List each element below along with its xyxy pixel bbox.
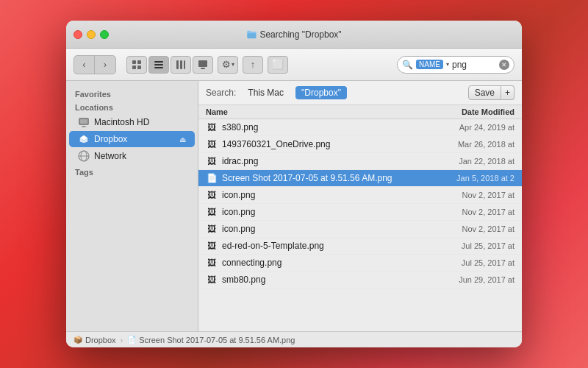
file-date: Jan 22, 2018 at <box>397 157 514 166</box>
view-list[interactable] <box>148 56 169 74</box>
titlebar: Searching "Dropbox" <box>66 21 522 49</box>
svg-rect-12 <box>201 68 205 69</box>
view-cover[interactable] <box>193 56 213 74</box>
file-list: 🖼 s380.png Apr 24, 2019 at 🖼 1493760321_… <box>198 119 522 331</box>
table-row[interactable]: 🖼 ed-red-on-5-Template.png Jul 25, 2017 … <box>198 238 522 255</box>
file-date: Nov 2, 2017 at <box>397 208 514 216</box>
svg-rect-11 <box>198 60 207 67</box>
locations-label: Locations <box>66 100 198 113</box>
search-clear-button[interactable]: ✕ <box>499 60 509 70</box>
file-icon: 🖼 <box>206 155 218 167</box>
columns-view-icon <box>176 60 186 70</box>
statusbar: 📦 Dropbox › 📄 Screen Shot 2017-07-05 at … <box>66 331 522 347</box>
save-search-button[interactable]: Save <box>468 85 501 100</box>
search-icon: 🔍 <box>402 60 413 70</box>
close-button[interactable] <box>74 30 82 39</box>
table-row[interactable]: 🖼 smb80.png Jun 29, 2017 at <box>198 272 522 289</box>
dropbox-icon <box>78 133 90 145</box>
table-row[interactable]: 🖼 icon.png Nov 2, 2017 at <box>198 204 522 221</box>
search-attribute-tag: NAME <box>416 60 443 69</box>
file-icon: 📄 <box>206 172 218 184</box>
nav-buttons: ‹ › <box>74 55 116 74</box>
action-gear-button[interactable]: ⚙ ▾ <box>218 56 238 74</box>
maximize-button[interactable] <box>100 30 109 39</box>
tags-label: Tags <box>66 165 198 178</box>
table-row[interactable]: 🖼 icon.png Nov 2, 2017 at <box>198 221 522 238</box>
dropbox-scope-tag[interactable]: "Dropbox" <box>295 86 347 99</box>
forward-button[interactable]: › <box>95 56 115 74</box>
minimize-button[interactable] <box>87 30 96 39</box>
share-button[interactable]: ↑ <box>243 56 263 74</box>
table-row[interactable]: 🖼 idrac.png Jan 22, 2018 at <box>198 153 522 170</box>
view-buttons <box>126 56 213 74</box>
cover-view-icon <box>198 60 208 70</box>
svg-rect-3 <box>132 66 136 69</box>
sidebar: Favorites Locations Macintosh HD <box>66 81 198 331</box>
file-date: Jul 25, 2017 at <box>397 241 514 250</box>
folder-breadcrumb-icon: 📦 <box>74 336 82 344</box>
breadcrumb-separator: › <box>121 336 123 344</box>
save-button-group: Save + <box>468 85 514 100</box>
svg-rect-15 <box>82 126 85 127</box>
this-mac-button[interactable]: This Mac <box>242 86 290 99</box>
col-date-header[interactable]: Date Modified <box>397 107 514 116</box>
dropbox-label: Dropbox <box>94 134 127 144</box>
table-row[interactable]: 🖼 connecting.png Jul 25, 2017 at <box>198 255 522 272</box>
folder-icon <box>246 29 257 40</box>
svg-rect-1 <box>132 60 136 64</box>
traffic-lights <box>74 30 109 39</box>
sidebar-item-macintosh-hd[interactable]: Macintosh HD <box>69 114 195 130</box>
file-icon: 🖼 <box>206 223 218 235</box>
file-name: 1493760321_OneDrive.png <box>222 139 397 149</box>
file-icon: 🖼 <box>206 274 218 286</box>
search-box[interactable]: 🔍 NAME ▾ ✕ <box>397 56 514 74</box>
table-row[interactable]: 🖼 icon.png Nov 2, 2017 at <box>198 187 522 204</box>
window-button[interactable]: ⬜ <box>268 56 288 74</box>
file-name: Screen Shot 2017-07-05 at 9.51.56 AM.png <box>222 173 397 183</box>
file-icon: 🖼 <box>206 257 218 269</box>
file-breadcrumb-icon: 📄 <box>127 336 136 344</box>
file-icon: 🖼 <box>206 121 218 133</box>
svg-rect-4 <box>137 66 141 69</box>
view-icon-grid[interactable] <box>126 56 147 74</box>
file-name: ed-red-on-5-Template.png <box>222 241 397 251</box>
search-scope-label: Search: <box>206 88 236 98</box>
view-columns[interactable] <box>171 56 191 74</box>
list-view-icon <box>154 60 164 70</box>
svg-rect-8 <box>176 60 179 69</box>
window-title: Searching "Dropbox" <box>246 29 341 40</box>
svg-rect-2 <box>137 60 141 64</box>
file-name: icon.png <box>222 207 397 217</box>
svg-rect-5 <box>154 61 163 63</box>
svg-rect-6 <box>154 64 163 66</box>
file-date: Nov 2, 2017 at <box>397 224 514 233</box>
main-content: Favorites Locations Macintosh HD <box>66 81 522 331</box>
file-icon: 🖼 <box>206 189 218 201</box>
search-chevron-icon: ▾ <box>446 61 449 68</box>
file-name: s380.png <box>222 122 397 132</box>
svg-rect-7 <box>154 67 163 68</box>
eject-icon[interactable]: ⏏ <box>179 135 186 144</box>
search-input[interactable] <box>452 60 496 70</box>
file-name: icon.png <box>222 224 397 234</box>
table-row[interactable]: 🖼 1493760321_OneDrive.png Mar 26, 2018 a… <box>198 136 522 153</box>
file-date: Mar 26, 2018 at <box>397 140 514 149</box>
table-row[interactable]: 🖼 s380.png Apr 24, 2019 at <box>198 119 522 136</box>
file-name: icon.png <box>222 190 397 200</box>
network-icon <box>78 150 90 162</box>
favorites-label: Favorites <box>66 87 198 100</box>
table-row-selected[interactable]: 📄 Screen Shot 2017-07-05 at 9.51.56 AM.p… <box>198 170 522 187</box>
save-plus-button[interactable]: + <box>501 85 514 100</box>
file-list-header: Name Date Modified <box>198 105 522 119</box>
col-name-header[interactable]: Name <box>206 107 397 116</box>
file-icon: 🖼 <box>206 138 218 150</box>
grid-view-icon <box>132 60 142 70</box>
sidebar-item-dropbox[interactable]: Dropbox ⏏ <box>69 131 195 147</box>
breadcrumb-file: Screen Shot 2017-07-05 at 9.51.56 AM.png <box>139 336 295 344</box>
back-button[interactable]: ‹ <box>74 56 95 74</box>
sidebar-item-network[interactable]: Network <box>69 148 195 164</box>
file-icon: 🖼 <box>206 206 218 218</box>
svg-rect-10 <box>184 60 185 69</box>
svg-rect-14 <box>80 119 87 124</box>
file-name: idrac.png <box>222 156 397 166</box>
